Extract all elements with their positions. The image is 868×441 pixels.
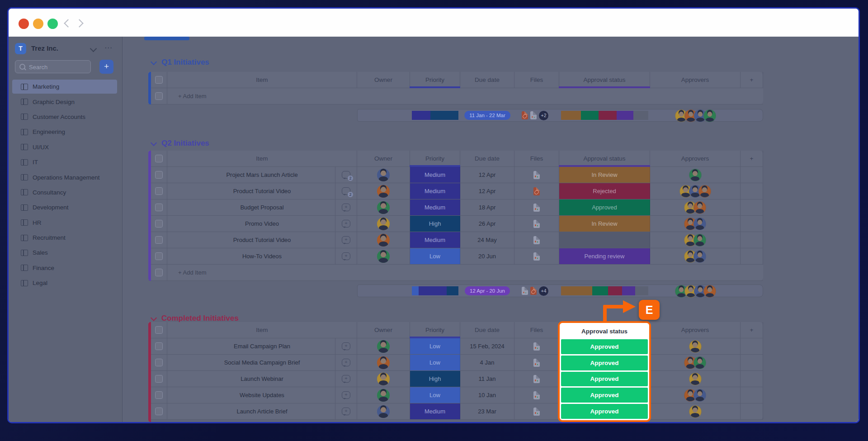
collapse-group-icon[interactable] (151, 314, 157, 321)
sidebar-item-finance[interactable]: Finance (9, 261, 122, 275)
column-header-priority[interactable]: Priority (410, 322, 460, 338)
item-cell[interactable]: Promo Video+ (167, 216, 357, 232)
add-column-button[interactable]: + (741, 151, 763, 166)
owner-cell[interactable] (357, 199, 410, 215)
owner-cell[interactable] (357, 355, 410, 370)
add-update-icon[interactable]: + (342, 359, 350, 366)
column-header-owner[interactable]: Owner (357, 322, 410, 338)
add-update-icon[interactable]: + (342, 204, 350, 211)
row-checkbox[interactable] (151, 387, 167, 403)
doc-file-icon[interactable] (533, 236, 540, 244)
sidebar-item-it[interactable]: IT (9, 155, 122, 170)
checkbox-icon[interactable] (155, 220, 163, 228)
checkbox-icon[interactable] (155, 155, 163, 162)
chat-cell[interactable]: + (335, 371, 357, 387)
select-all-checkbox[interactable] (151, 151, 167, 166)
highlighted-approved-cell[interactable]: Approved (561, 339, 648, 354)
add-item-row[interactable]: + Add Item (148, 88, 763, 104)
owner-cell[interactable] (357, 371, 410, 387)
checkbox-icon[interactable] (155, 326, 163, 334)
approval-status-cell[interactable]: Pending review (559, 248, 650, 264)
item-cell[interactable]: Product Tutorial Video+ (167, 232, 357, 248)
workspace-menu-button[interactable]: ⋯ (104, 43, 113, 52)
approvers-cell[interactable] (650, 403, 741, 419)
sidebar-item-development[interactable]: Development (9, 200, 122, 215)
column-header-files[interactable]: Files (514, 151, 559, 166)
doc-file-icon[interactable] (533, 375, 540, 383)
approvers-cell[interactable] (650, 387, 741, 403)
priority-cell[interactable]: High (410, 371, 460, 387)
column-header-files[interactable]: Files (514, 72, 559, 88)
sidebar-item-consultancy[interactable]: Consultancy (9, 185, 122, 200)
chat-cell[interactable]: + (335, 355, 357, 370)
due-date-cell[interactable]: 12 Apr (460, 183, 514, 199)
approval-status-cell[interactable]: In Review (559, 167, 650, 183)
files-cell[interactable] (514, 371, 559, 387)
item-cell[interactable]: Website Updates+ (167, 387, 357, 403)
priority-cell[interactable]: Medium (410, 199, 460, 215)
doc-file-icon[interactable] (533, 342, 540, 351)
collapse-group-icon[interactable] (151, 139, 157, 146)
due-date-cell[interactable]: 24 May (460, 232, 514, 248)
chat-cell[interactable]: + (335, 403, 357, 419)
owner-cell[interactable] (357, 403, 410, 419)
sidebar-item-sales[interactable]: Sales (9, 245, 122, 260)
files-cell[interactable] (514, 387, 559, 403)
due-date-cell[interactable]: 23 Mar (460, 403, 514, 419)
add-item-cell[interactable]: + Add Item (167, 88, 763, 104)
files-cell[interactable] (514, 355, 559, 370)
approvers-cell[interactable] (650, 338, 741, 354)
owner-cell[interactable] (357, 248, 410, 264)
sidebar-item-operations-management[interactable]: Operations Management (9, 170, 122, 185)
add-update-icon[interactable]: + (342, 342, 350, 350)
checkbox-icon[interactable] (155, 375, 163, 383)
owner-cell[interactable] (357, 216, 410, 232)
close-button[interactable] (19, 19, 29, 29)
priority-cell[interactable]: High (410, 216, 460, 232)
item-cell[interactable]: Budget Proposal+ (167, 199, 357, 215)
column-header-due-date[interactable]: Due date (460, 151, 514, 166)
checkbox-icon[interactable] (155, 408, 163, 415)
add-update-icon[interactable]: + (342, 375, 350, 383)
checkbox-icon[interactable] (155, 187, 163, 195)
sidebar-item-customer-accounts[interactable]: Customer Accounts (9, 109, 122, 124)
row-checkbox[interactable] (151, 371, 167, 387)
highlighted-approved-cell[interactable]: Approved (561, 388, 648, 403)
highlighted-approved-cell[interactable]: Approved (561, 356, 648, 370)
row-checkbox[interactable] (151, 167, 167, 183)
column-header-due-date[interactable]: Due date (460, 322, 514, 338)
chat-cell[interactable]: + (335, 216, 357, 232)
due-date-cell[interactable]: 20 Jun (460, 248, 514, 264)
checkbox-icon[interactable] (155, 359, 163, 366)
item-cell[interactable]: Project Mars Launch Article2 (167, 167, 357, 183)
select-all-checkbox[interactable] (151, 72, 167, 88)
due-date-cell[interactable]: 4 Jan (460, 355, 514, 370)
owner-cell[interactable] (357, 167, 410, 183)
priority-cell[interactable]: Low (410, 355, 460, 370)
doc-file-icon[interactable] (533, 171, 540, 179)
approvers-cell[interactable] (650, 371, 741, 387)
checkbox-icon[interactable] (155, 391, 163, 399)
group-title-q2[interactable]: Q2 Initiatives (150, 138, 209, 148)
files-cell[interactable] (514, 232, 559, 248)
doc-file-icon[interactable] (533, 252, 540, 261)
due-date-cell[interactable]: 18 Apr (460, 199, 514, 215)
row-checkbox[interactable] (151, 199, 167, 215)
priority-cell[interactable]: Low (410, 248, 460, 264)
sidebar-item-marketing[interactable]: Marketing (9, 79, 122, 94)
search-input[interactable]: Search (15, 60, 91, 73)
files-cell[interactable] (514, 183, 559, 199)
attachment-file-icon[interactable] (522, 111, 528, 119)
doc-file-icon[interactable] (533, 204, 540, 212)
column-header-approval-status[interactable]: Approval status (559, 151, 650, 166)
files-cell[interactable] (514, 167, 559, 183)
chevron-down-icon[interactable] (90, 45, 97, 52)
doc-file-icon[interactable] (522, 287, 528, 295)
checkbox-icon[interactable] (155, 252, 163, 260)
doc-file-icon[interactable] (533, 359, 540, 367)
chat-bubble-icon[interactable]: 2 (342, 171, 350, 179)
row-checkbox[interactable] (151, 355, 167, 370)
row-checkbox[interactable] (151, 183, 167, 199)
item-cell[interactable]: Social Media Campaign Brief+ (167, 355, 357, 370)
priority-cell[interactable]: Medium (410, 167, 460, 183)
